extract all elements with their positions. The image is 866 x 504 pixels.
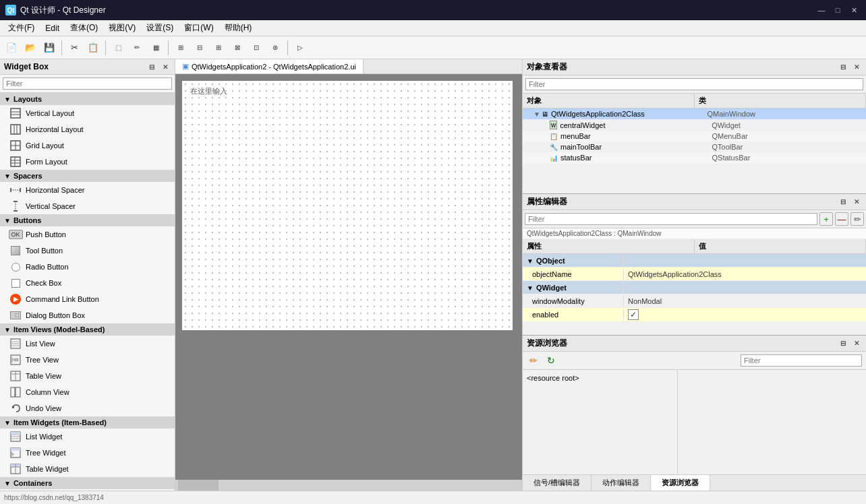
tree-class-root: QMainWindow (708, 110, 864, 118)
widget-form-layout-label: Form Layout (26, 158, 67, 166)
category-containers[interactable]: ▼ Containers (0, 477, 175, 489)
category-item-views[interactable]: ▼ Item Views (Model-Based) (0, 323, 175, 336)
resource-content: <resource root> (523, 370, 866, 474)
menu-help[interactable]: 帮助(H) (219, 21, 258, 35)
maximize-btn[interactable]: □ (831, 3, 844, 17)
widget-table-widget[interactable]: Table Widget (0, 461, 175, 477)
toolbar-open-btn[interactable]: 📂 (22, 39, 39, 57)
resource-browser-close-btn[interactable]: ✕ (851, 338, 862, 349)
toolbar-form-btn[interactable]: ⊛ (266, 39, 284, 57)
tree-row-root[interactable]: ▼ 🖥 QtWidgetsApplication2Class QMainWind… (523, 108, 866, 119)
resource-browser-pin-btn[interactable]: ⊟ (838, 338, 848, 349)
category-spacers[interactable]: ▼ Spacers (0, 170, 175, 182)
property-editor-close-btn[interactable]: ✕ (851, 197, 862, 208)
title-bar-controls[interactable]: — □ ✕ (815, 3, 861, 17)
toolbar-splitter-btn[interactable]: ⊡ (248, 39, 265, 57)
category-layouts[interactable]: ▼ Layouts (0, 93, 175, 105)
main-content: Widget Box ⊟ ✕ ▼ Layouts Vertical Layout (0, 59, 866, 491)
property-editor-pin-btn[interactable]: ⊟ (838, 197, 848, 208)
widget-list-widget[interactable]: List Widget (0, 429, 175, 445)
menu-settings[interactable]: 设置(S) (141, 21, 179, 35)
widget-push-button[interactable]: OK Push Button (0, 226, 175, 243)
toolbar-new-btn[interactable]: 📄 (3, 39, 20, 57)
widget-vertical-layout[interactable]: Vertical Layout (0, 105, 175, 121)
category-item-widgets[interactable]: ▼ Item Widgets (Item-Based) (0, 416, 175, 429)
resource-filter-input[interactable] (741, 354, 862, 367)
close-btn[interactable]: ✕ (847, 3, 861, 17)
widget-list-widget-label: List Widget (26, 433, 62, 441)
widget-box-pin-btn[interactable]: ⊟ (146, 61, 157, 72)
resource-refresh-btn[interactable]: ↻ (544, 354, 558, 367)
object-inspector-filter-input[interactable] (525, 78, 863, 90)
widget-tree-widget[interactable]: Tree Widget (0, 445, 175, 461)
design-scrollbar-h[interactable] (175, 480, 522, 491)
widget-tool-button[interactable]: Tool Button (0, 243, 175, 259)
toolbar-h-btn[interactable]: ⊟ (191, 39, 208, 57)
tab-action-editor[interactable]: 动作编辑器 (591, 475, 651, 491)
tree-name-central: centralWidget (560, 121, 712, 129)
widget-grid-layout[interactable]: Grid Layout (0, 137, 175, 154)
minimize-btn[interactable]: — (815, 3, 828, 17)
enabled-checkbox[interactable]: ✓ (628, 309, 639, 320)
resource-root-item[interactable]: <resource root> (525, 373, 674, 383)
widget-radio-button[interactable]: Radio Button (0, 259, 175, 275)
toolbar-layout1-btn[interactable]: ▦ (147, 39, 165, 57)
prop-remove-btn[interactable]: — (835, 212, 848, 226)
object-inspector-pin-btn[interactable]: ⊟ (838, 62, 848, 73)
prop-add-btn[interactable]: + (819, 212, 833, 226)
menu-file[interactable]: 文件(F) (3, 21, 40, 35)
tab-resource-browser[interactable]: 资源浏览器 (651, 475, 710, 491)
prop-filter-input[interactable] (525, 213, 817, 225)
menu-view[interactable]: 视图(V) (103, 21, 141, 35)
prop-col-value: 值 (695, 239, 867, 253)
resource-browser-controls[interactable]: ⊟ ✕ (838, 338, 862, 349)
design-canvas[interactable]: 在这里输入 (182, 81, 513, 330)
widget-box-filter-input[interactable] (3, 77, 172, 90)
design-tab-item[interactable]: ▣ QtWidgetsApplication2 - QtWidgetsAppli… (175, 59, 364, 73)
tree-row-toolbar[interactable]: 🔧 mainToolBar QToolBar (523, 141, 866, 152)
toolbar-preview-btn[interactable]: ▷ (291, 39, 309, 57)
prop-row-enabled[interactable]: enabled ✓ (523, 308, 866, 322)
toolbar-save-btn[interactable]: 💾 (40, 39, 58, 57)
category-buttons[interactable]: ▼ Buttons (0, 214, 175, 226)
property-editor-controls[interactable]: ⊟ ✕ (838, 197, 862, 208)
menu-window[interactable]: 窗口(W) (179, 21, 219, 35)
widget-box-controls[interactable]: ⊟ ✕ (146, 61, 171, 72)
toolbar-edit-btn[interactable]: ✏ (128, 39, 146, 57)
widget-horizontal-layout[interactable]: Horizontal Layout (0, 121, 175, 137)
prop-row-windowmodality[interactable]: windowModality NonModal (523, 294, 866, 308)
tree-row-statusbar[interactable]: 📊 statusBar QStatusBar (523, 152, 866, 163)
widget-list-view[interactable]: List View (0, 336, 175, 352)
tree-row-central[interactable]: w centralWidget QWidget (523, 119, 866, 131)
menu-edit[interactable]: Edit (40, 22, 65, 34)
design-canvas-container[interactable]: 在这里输入 (175, 74, 522, 480)
widget-vertical-spacer[interactable]: Vertical Spacer (0, 198, 175, 214)
widget-column-view[interactable]: Column View (0, 384, 175, 400)
toolbar-v-btn[interactable]: ⊞ (210, 39, 227, 57)
toolbar-copy-btn[interactable]: 📋 (84, 39, 102, 57)
resource-edit-btn[interactable]: ✏ (527, 354, 540, 367)
widget-box-close-btn[interactable]: ✕ (160, 61, 171, 72)
tab-signal-slot[interactable]: 信号/槽编辑器 (523, 475, 591, 491)
widget-command-link-button[interactable]: ▶ Command Link Button (0, 291, 175, 307)
widget-push-button-label: Push Button (26, 230, 66, 239)
widget-undo-view[interactable]: Undo View (0, 400, 175, 416)
tree-row-menubar[interactable]: 📋 menuBar QMenuBar (523, 131, 866, 141)
widget-dialog-button-box[interactable]: ⬚ Dialog Button Box (0, 307, 175, 323)
prop-row-objectname[interactable]: objectName QtWidgetsApplication2Class (523, 267, 866, 281)
object-inspector-controls[interactable]: ⊟ ✕ (838, 62, 862, 73)
prop-col-name: 属性 (523, 239, 695, 253)
toolbar-grid-btn[interactable]: ⊞ (172, 39, 190, 57)
widget-table-view[interactable]: Table View (0, 368, 175, 384)
toolbar-widget-btn[interactable]: ⬚ (109, 39, 127, 57)
widget-form-layout[interactable]: Form Layout (0, 154, 175, 170)
widget-horizontal-spacer[interactable]: Horizontal Spacer (0, 182, 175, 198)
object-inspector-close-btn[interactable]: ✕ (851, 62, 862, 73)
widget-tree-view[interactable]: Tree View (0, 352, 175, 368)
toolbar-cut-btn[interactable]: ✂ (65, 39, 83, 57)
toolbar-align-btn[interactable]: ⊠ (229, 39, 246, 57)
prop-edit-btn[interactable]: ✏ (850, 212, 864, 226)
object-inspector-header: 对象查看器 ⊟ ✕ (523, 59, 866, 75)
menu-view-body[interactable]: 查体(O) (65, 21, 103, 35)
widget-check-box[interactable]: Check Box (0, 275, 175, 291)
